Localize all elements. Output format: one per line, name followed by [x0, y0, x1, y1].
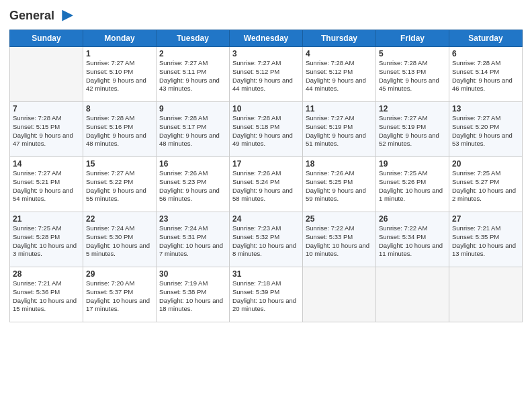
calendar-cell: 23Sunrise: 7:24 AMSunset: 5:31 PMDayligh… [157, 212, 230, 267]
day-info: Sunrise: 7:25 AMSunset: 5:27 PMDaylight:… [452, 169, 519, 203]
day-number: 22 [86, 214, 153, 224]
calendar-cell: 3Sunrise: 7:27 AMSunset: 5:12 PMDaylight… [230, 47, 303, 102]
calendar-cell: 9Sunrise: 7:28 AMSunset: 5:17 PMDaylight… [157, 102, 230, 157]
calendar-cell: 29Sunrise: 7:20 AMSunset: 5:37 PMDayligh… [83, 267, 157, 322]
svg-marker-0 [62, 10, 73, 21]
day-number: 8 [86, 104, 153, 113]
day-info: Sunrise: 7:27 AMSunset: 5:20 PMDaylight:… [452, 114, 519, 148]
calendar-cell: 5Sunrise: 7:28 AMSunset: 5:13 PMDaylight… [376, 47, 449, 102]
day-number: 12 [379, 104, 446, 113]
day-number: 27 [452, 214, 519, 224]
calendar-cell: 22Sunrise: 7:24 AMSunset: 5:30 PMDayligh… [83, 212, 157, 267]
day-number: 17 [232, 159, 300, 169]
logo: General [9, 7, 75, 26]
day-info: Sunrise: 7:27 AMSunset: 5:11 PMDaylight:… [159, 59, 226, 93]
calendar-cell: 24Sunrise: 7:23 AMSunset: 5:32 PMDayligh… [230, 212, 303, 267]
calendar-body: 1Sunrise: 7:27 AMSunset: 5:10 PMDaylight… [10, 47, 523, 322]
day-number: 20 [452, 159, 519, 169]
day-info: Sunrise: 7:27 AMSunset: 5:19 PMDaylight:… [379, 114, 446, 148]
day-number: 1 [86, 49, 153, 58]
day-number: 31 [232, 269, 300, 279]
calendar-cell: 4Sunrise: 7:28 AMSunset: 5:12 PMDaylight… [303, 47, 376, 102]
day-info: Sunrise: 7:22 AMSunset: 5:34 PMDaylight:… [379, 224, 446, 259]
day-number: 28 [13, 269, 80, 279]
calendar-cell: 31Sunrise: 7:18 AMSunset: 5:39 PMDayligh… [230, 267, 303, 322]
day-info: Sunrise: 7:26 AMSunset: 5:24 PMDaylight:… [232, 169, 300, 203]
day-number: 7 [13, 104, 80, 113]
weekday-header-tuesday: Tuesday [157, 30, 230, 47]
day-info: Sunrise: 7:24 AMSunset: 5:31 PMDaylight:… [159, 224, 226, 259]
calendar-cell: 16Sunrise: 7:26 AMSunset: 5:23 PMDayligh… [157, 157, 230, 212]
day-info: Sunrise: 7:28 AMSunset: 5:17 PMDaylight:… [159, 114, 226, 148]
day-info: Sunrise: 7:26 AMSunset: 5:23 PMDaylight:… [159, 169, 226, 203]
day-info: Sunrise: 7:24 AMSunset: 5:30 PMDaylight:… [86, 224, 153, 259]
day-number: 11 [306, 104, 373, 113]
day-number: 6 [452, 49, 519, 58]
calendar-cell: 2Sunrise: 7:27 AMSunset: 5:11 PMDaylight… [157, 47, 230, 102]
weekday-header-sunday: Sunday [10, 30, 83, 47]
calendar-header-row: SundayMondayTuesdayWednesdayThursdayFrid… [10, 30, 523, 47]
calendar-cell: 11Sunrise: 7:27 AMSunset: 5:19 PMDayligh… [303, 102, 376, 157]
week-row-3: 14Sunrise: 7:27 AMSunset: 5:21 PMDayligh… [10, 157, 523, 212]
day-info: Sunrise: 7:28 AMSunset: 5:14 PMDaylight:… [452, 59, 519, 93]
day-info: Sunrise: 7:27 AMSunset: 5:19 PMDaylight:… [306, 114, 373, 148]
day-info: Sunrise: 7:28 AMSunset: 5:16 PMDaylight:… [86, 114, 153, 148]
calendar-cell: 7Sunrise: 7:28 AMSunset: 5:15 PMDaylight… [10, 102, 83, 157]
day-info: Sunrise: 7:18 AMSunset: 5:39 PMDaylight:… [232, 279, 300, 314]
calendar-cell: 15Sunrise: 7:27 AMSunset: 5:22 PMDayligh… [83, 157, 157, 212]
day-info: Sunrise: 7:25 AMSunset: 5:28 PMDaylight:… [13, 224, 80, 259]
day-number: 5 [379, 49, 446, 58]
calendar-cell: 6Sunrise: 7:28 AMSunset: 5:14 PMDaylight… [449, 47, 523, 102]
calendar-cell: 8Sunrise: 7:28 AMSunset: 5:16 PMDaylight… [83, 102, 157, 157]
week-row-4: 21Sunrise: 7:25 AMSunset: 5:28 PMDayligh… [10, 212, 523, 267]
calendar-cell [449, 267, 523, 322]
day-info: Sunrise: 7:25 AMSunset: 5:26 PMDaylight:… [379, 169, 446, 203]
day-number: 23 [159, 214, 226, 224]
day-number: 25 [306, 214, 373, 224]
day-number: 10 [232, 104, 300, 113]
day-info: Sunrise: 7:27 AMSunset: 5:22 PMDaylight:… [86, 169, 153, 203]
day-info: Sunrise: 7:27 AMSunset: 5:21 PMDaylight:… [13, 169, 80, 203]
day-number: 26 [379, 214, 446, 224]
day-info: Sunrise: 7:21 AMSunset: 5:36 PMDaylight:… [13, 279, 80, 314]
calendar-cell: 25Sunrise: 7:22 AMSunset: 5:33 PMDayligh… [303, 212, 376, 267]
calendar-cell: 17Sunrise: 7:26 AMSunset: 5:24 PMDayligh… [230, 157, 303, 212]
calendar-cell: 26Sunrise: 7:22 AMSunset: 5:34 PMDayligh… [376, 212, 449, 267]
calendar-cell: 14Sunrise: 7:27 AMSunset: 5:21 PMDayligh… [10, 157, 83, 212]
calendar-cell: 1Sunrise: 7:27 AMSunset: 5:10 PMDaylight… [83, 47, 157, 102]
logo-text: General [9, 9, 54, 23]
day-info: Sunrise: 7:22 AMSunset: 5:33 PMDaylight:… [306, 224, 373, 259]
day-info: Sunrise: 7:26 AMSunset: 5:25 PMDaylight:… [306, 169, 373, 203]
page: General SundayMondayTuesdayWednesdayThur… [0, 0, 532, 411]
day-number: 3 [232, 49, 300, 58]
week-row-5: 28Sunrise: 7:21 AMSunset: 5:36 PMDayligh… [10, 267, 523, 322]
day-number: 19 [379, 159, 446, 169]
day-info: Sunrise: 7:28 AMSunset: 5:18 PMDaylight:… [232, 114, 300, 148]
day-number: 14 [13, 159, 80, 169]
day-info: Sunrise: 7:20 AMSunset: 5:37 PMDaylight:… [86, 279, 153, 314]
calendar-cell: 20Sunrise: 7:25 AMSunset: 5:27 PMDayligh… [449, 157, 523, 212]
calendar-cell: 30Sunrise: 7:19 AMSunset: 5:38 PMDayligh… [157, 267, 230, 322]
weekday-header-thursday: Thursday [303, 30, 376, 47]
day-number: 2 [159, 49, 226, 58]
calendar-cell: 18Sunrise: 7:26 AMSunset: 5:25 PMDayligh… [303, 157, 376, 212]
logo-icon [56, 7, 75, 26]
day-number: 13 [452, 104, 519, 113]
header: General [9, 7, 523, 26]
day-info: Sunrise: 7:19 AMSunset: 5:38 PMDaylight:… [159, 279, 226, 314]
day-number: 29 [86, 269, 153, 279]
weekday-header-monday: Monday [83, 30, 157, 47]
day-number: 4 [306, 49, 373, 58]
weekday-header-saturday: Saturday [449, 30, 523, 47]
day-info: Sunrise: 7:28 AMSunset: 5:12 PMDaylight:… [306, 59, 373, 93]
day-info: Sunrise: 7:27 AMSunset: 5:10 PMDaylight:… [86, 59, 153, 93]
calendar-cell: 13Sunrise: 7:27 AMSunset: 5:20 PMDayligh… [449, 102, 523, 157]
week-row-2: 7Sunrise: 7:28 AMSunset: 5:15 PMDaylight… [10, 102, 523, 157]
calendar-cell [303, 267, 376, 322]
day-info: Sunrise: 7:27 AMSunset: 5:12 PMDaylight:… [232, 59, 300, 93]
calendar-cell: 27Sunrise: 7:21 AMSunset: 5:35 PMDayligh… [449, 212, 523, 267]
day-number: 18 [306, 159, 373, 169]
day-info: Sunrise: 7:28 AMSunset: 5:15 PMDaylight:… [13, 114, 80, 148]
weekday-header-wednesday: Wednesday [230, 30, 303, 47]
calendar-cell: 21Sunrise: 7:25 AMSunset: 5:28 PMDayligh… [10, 212, 83, 267]
